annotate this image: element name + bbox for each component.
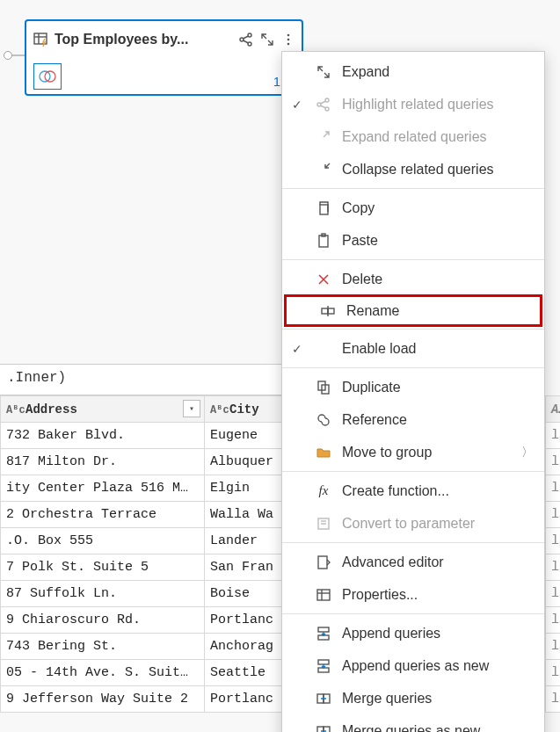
menu-highlight-related[interactable]: ✓ Highlight related queries [282, 88, 544, 120]
abc-type-icon: Aᴮc [210, 403, 226, 417]
column-header-address[interactable]: AᴮcAddress ▾ [1, 396, 205, 423]
menu-label: Delete [342, 272, 534, 287]
cell-address[interactable]: 817 Milton Dr. [1, 449, 205, 475]
menu-label: Paste [342, 233, 534, 249]
menu-label: Expand [342, 64, 534, 80]
cell-edge: l [546, 475, 560, 502]
link-icon [314, 412, 333, 428]
svg-line-6 [244, 36, 249, 39]
cell-edge: l [546, 660, 560, 686]
share-icon [314, 97, 333, 112]
cell-address[interactable]: 87 Suffolk Ln. [1, 581, 205, 607]
properties-icon [314, 587, 333, 603]
svg-rect-22 [328, 308, 334, 314]
menu-label: Move to group [342, 445, 513, 460]
menu-separator [282, 259, 544, 260]
menu-create-function[interactable]: fx Create function... [282, 475, 544, 507]
cell-edge: l [546, 686, 560, 713]
menu-label: Highlight related queries [342, 97, 534, 112]
node-connector-dot [4, 51, 12, 60]
menu-append-queries-new[interactable]: Append queries as new [282, 649, 544, 682]
cell-address[interactable]: 743 Bering St. [1, 634, 205, 660]
menu-label: Expand related queries [342, 129, 534, 145]
menu-label: Duplicate [342, 380, 534, 395]
parameter-icon [314, 516, 333, 532]
expand-arrows-icon[interactable] [259, 32, 275, 47]
menu-label: Create function... [342, 483, 534, 499]
cell-edge: l [546, 554, 560, 581]
cell-address[interactable]: 7 Polk St. Suite 5 [1, 554, 205, 581]
menu-expand-related[interactable]: Expand related queries [282, 120, 544, 153]
duplicate-icon [314, 380, 333, 395]
cell-address[interactable]: 05 - 14th Ave. S. Suit… [1, 660, 205, 686]
formula-bar-fragment[interactable]: .Inner) [0, 364, 281, 395]
rename-icon [318, 303, 338, 319]
cell-edge: l [546, 607, 560, 634]
menu-label: Convert to parameter [342, 516, 534, 532]
menu-separator [282, 542, 544, 543]
menu-merge-queries-new[interactable]: Merge queries as new [282, 714, 544, 732]
menu-label: Rename [346, 303, 529, 319]
cell-edge: l [546, 502, 560, 528]
menu-expand[interactable]: Expand [282, 55, 544, 88]
cell-address[interactable]: 2 Orchestra Terrace [1, 502, 205, 528]
column-header-label: City [229, 402, 259, 417]
svg-rect-35 [318, 660, 329, 664]
menu-label: Enable load [342, 341, 534, 357]
svg-rect-33 [318, 627, 329, 632]
cell-address[interactable]: 9 Chiaroscuro Rd. [1, 607, 205, 634]
cell-address[interactable]: 732 Baker Blvd. [1, 423, 205, 449]
svg-rect-21 [322, 308, 328, 314]
expand-out-icon [314, 129, 333, 145]
cell-edge: l [546, 423, 560, 449]
folder-icon [314, 445, 333, 460]
menu-convert-to-parameter[interactable]: Convert to parameter [282, 507, 544, 540]
menu-label: Append queries as new [342, 658, 534, 674]
menu-paste[interactable]: Paste [282, 224, 544, 257]
menu-label: Properties... [342, 587, 534, 603]
cell-address[interactable]: .O. Box 555 [1, 528, 205, 554]
cell-edge: l [546, 528, 560, 554]
menu-label: Merge queries as new [342, 723, 534, 733]
cell-address[interactable]: 9 Jefferson Way Suite 2 [1, 686, 205, 713]
query-node[interactable]: Top Employees by... 1 st [25, 19, 303, 96]
menu-label: Merge queries [342, 691, 534, 707]
menu-append-queries[interactable]: Append queries [282, 617, 544, 649]
svg-line-7 [244, 40, 249, 43]
menu-reference[interactable]: Reference [282, 403, 544, 436]
menu-delete[interactable]: Delete [282, 263, 544, 295]
svg-rect-18 [320, 205, 328, 214]
merge-new-icon [314, 723, 333, 733]
fx-icon: fx [314, 483, 333, 498]
menu-properties[interactable]: Properties... [282, 578, 544, 611]
menu-move-to-group[interactable]: Move to group 〉 [282, 436, 544, 468]
merge-icon [314, 691, 333, 707]
menu-enable-load[interactable]: ✓ Enable load [282, 332, 544, 365]
menu-copy[interactable]: Copy [282, 192, 544, 224]
copy-icon [314, 200, 333, 216]
append-new-icon [314, 658, 333, 674]
cell-address[interactable]: ity Center Plaza 516 M… [1, 475, 205, 502]
menu-collapse-related[interactable]: Collapse related queries [282, 153, 544, 185]
delete-x-icon [314, 272, 333, 287]
menu-advanced-editor[interactable]: Advanced editor [282, 546, 544, 578]
append-icon [314, 626, 333, 641]
menu-rename[interactable]: Rename [284, 294, 542, 327]
svg-rect-30 [317, 590, 330, 600]
svg-point-9 [287, 39, 290, 41]
menu-label: Append queries [342, 626, 534, 641]
menu-duplicate[interactable]: Duplicate [282, 371, 544, 403]
cell-edge: l [546, 581, 560, 607]
check-icon: ✓ [289, 342, 305, 356]
share-icon[interactable] [238, 32, 254, 47]
cell-edge: l [546, 449, 560, 475]
column-filter-dropdown[interactable]: ▾ [183, 400, 200, 417]
table-lightning-icon [33, 32, 49, 47]
collapse-in-icon [314, 162, 333, 178]
check-icon: ✓ [289, 98, 305, 112]
menu-merge-queries[interactable]: Merge queries [282, 682, 544, 714]
merge-step-icon[interactable] [33, 63, 62, 90]
chevron-right-icon: 〉 [521, 445, 534, 460]
more-vertical-icon[interactable] [280, 32, 296, 47]
svg-rect-29 [318, 556, 327, 569]
